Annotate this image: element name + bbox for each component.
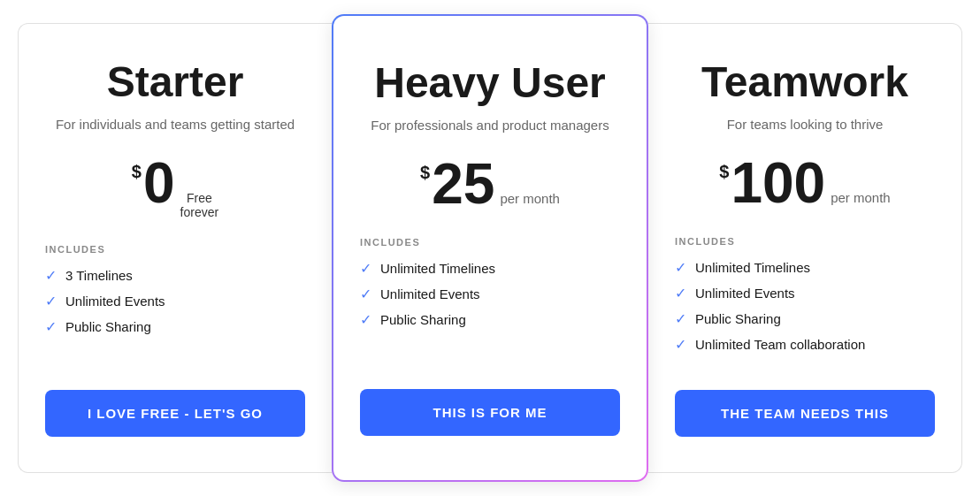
check-icon: ✓ — [675, 336, 686, 353]
features-list-starter: ✓3 Timelines✓Unlimited Events✓Public Sha… — [45, 267, 305, 362]
includes-label-heavy-user: INCLUDES — [360, 237, 620, 248]
list-item: ✓Unlimited Events — [45, 293, 305, 309]
price-period-heavy-user: per month — [500, 191, 560, 206]
feature-text: Public Sharing — [65, 319, 151, 334]
check-icon: ✓ — [675, 310, 686, 327]
check-icon: ✓ — [675, 259, 686, 276]
check-icon: ✓ — [360, 311, 371, 328]
feature-text: Unlimited Events — [380, 286, 480, 301]
plan-name-starter: Starter — [45, 59, 305, 106]
feature-text: Unlimited Timelines — [695, 260, 810, 275]
feature-text: 3 Timelines — [65, 268, 133, 283]
check-icon: ✓ — [45, 293, 57, 309]
price-amount-teamwork: 100 — [731, 155, 825, 211]
feature-text: Unlimited Events — [65, 294, 165, 309]
cta-button-starter[interactable]: I LOVE FREE - LET'S GO — [45, 390, 305, 437]
list-item: ✓Unlimited Team collaboration — [675, 336, 935, 353]
price-container-starter: $0Freeforever — [45, 155, 305, 219]
price-symbol-teamwork: $ — [719, 162, 729, 182]
check-icon: ✓ — [45, 318, 57, 335]
feature-text: Public Sharing — [695, 311, 781, 326]
plan-tagline-starter: For individuals and teams getting starte… — [45, 115, 305, 134]
check-icon: ✓ — [360, 286, 371, 302]
includes-label-teamwork: INCLUDES — [675, 236, 935, 247]
price-label-starter: Freeforever — [180, 191, 219, 219]
cta-button-teamwork[interactable]: THE TEAM NEEDS THIS — [675, 390, 935, 437]
plan-tagline-teamwork: For teams looking to thrive — [675, 115, 935, 134]
includes-label-starter: INCLUDES — [45, 244, 305, 255]
pricing-container: StarterFor individuals and teams getting… — [18, 23, 962, 473]
check-icon: ✓ — [360, 260, 371, 277]
plan-card-heavy-user: Heavy UserFor professionals and product … — [332, 14, 648, 482]
list-item: ✓3 Timelines — [45, 267, 305, 284]
features-list-teamwork: ✓Unlimited Timelines✓Unlimited Events✓Pu… — [675, 259, 935, 362]
list-item: ✓Public Sharing — [45, 318, 305, 335]
list-item: ✓Unlimited Events — [675, 285, 935, 301]
feature-text: Unlimited Team collaboration — [695, 337, 865, 352]
price-container-teamwork: $100per month — [675, 155, 935, 211]
check-icon: ✓ — [45, 267, 57, 284]
plan-card-starter: StarterFor individuals and teams getting… — [18, 23, 332, 473]
cta-button-heavy-user[interactable]: THIS IS FOR ME — [360, 389, 620, 436]
plan-card-teamwork: TeamworkFor teams looking to thrive$100p… — [648, 23, 962, 473]
price-container-heavy-user: $25per month — [360, 156, 620, 212]
features-list-heavy-user: ✓Unlimited Timelines✓Unlimited Events✓Pu… — [360, 260, 620, 361]
list-item: ✓Unlimited Timelines — [360, 260, 620, 277]
feature-text: Public Sharing — [380, 312, 466, 327]
plan-tagline-heavy-user: For professionals and product managers — [360, 116, 620, 134]
check-icon: ✓ — [675, 285, 686, 301]
price-period-teamwork: per month — [831, 190, 891, 205]
feature-text: Unlimited Timelines — [380, 261, 495, 276]
list-item: ✓Unlimited Timelines — [675, 259, 935, 276]
plan-name-heavy-user: Heavy User — [360, 60, 620, 107]
plan-name-teamwork: Teamwork — [675, 59, 935, 106]
price-symbol-heavy-user: $ — [420, 163, 430, 183]
price-amount-starter: 0 — [143, 155, 175, 211]
feature-text: Unlimited Events — [695, 286, 795, 301]
price-symbol-starter: $ — [132, 162, 142, 182]
price-amount-heavy-user: 25 — [432, 156, 494, 212]
list-item: ✓Public Sharing — [675, 310, 935, 327]
list-item: ✓Public Sharing — [360, 311, 620, 328]
list-item: ✓Unlimited Events — [360, 286, 620, 302]
